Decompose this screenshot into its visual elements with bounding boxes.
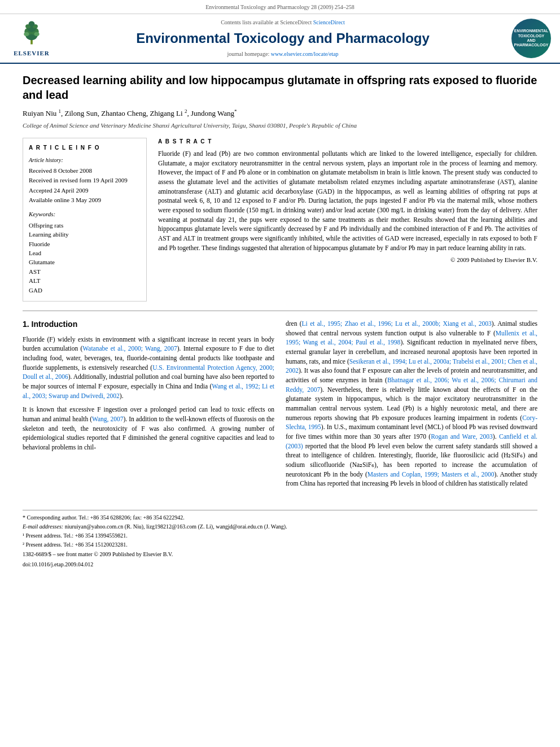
keyword-3: Fluoride (29, 240, 141, 248)
corresponding-note: * Corresponding author. Tel.: +86 354 62… (23, 514, 537, 521)
journal-badge: ENVIRONMENTALTOXICOLOGYANDPHARMACOLOGY (511, 19, 551, 58)
journal-url: journal homepage: www.elsevier.com/locat… (54, 50, 511, 58)
intro-left-column: 1. Introduction Fluoride (F) widely exis… (23, 319, 274, 493)
journal-citation: Environmental Toxicology and Pharmacolog… (205, 4, 355, 10)
journal-badge-circle: ENVIRONMENTALTOXICOLOGYANDPHARMACOLOGY (511, 19, 551, 58)
authors-line: Ruiyan Niu 1, Zilong Sun, Zhantao Cheng,… (23, 108, 537, 119)
abstract-text: Fluoride (F) and lead (Pb) are two commo… (158, 149, 537, 252)
keyword-2: Learning ability (29, 230, 141, 239)
footnotes-section: * Corresponding author. Tel.: +86 354 62… (23, 510, 537, 569)
addr2-note: ² Present address. Tel.: +86 354 1512002… (23, 541, 537, 548)
sciencedirect-text: Contents lists available at ScienceDirec… (221, 19, 312, 25)
article-info-title: A R T I C L E I N F O (29, 144, 141, 152)
ref-sesikeran[interactable]: Sesikeran et al., 1994; Lu et al., 2000a… (286, 358, 537, 374)
intro-number: 1. (23, 320, 29, 329)
email-note: E-mail addresses: niuruiyan@yahoo.com.cn… (23, 523, 537, 530)
ref-masters1999[interactable]: Masters and Coplan, 1999; Masters et al.… (368, 471, 495, 478)
ref-watanabe[interactable]: Watanabe et al., 2000; Wang, 2007 (82, 345, 177, 352)
history-label: Article history: (29, 156, 141, 164)
ref-mullenix[interactable]: Mullenix et al., 1995; Wang et al., 2004… (286, 330, 537, 346)
top-bar: Environmental Toxicology and Pharmacolog… (0, 0, 560, 14)
accepted-date: Accepted 24 April 2009 (29, 186, 141, 195)
revised-date: Received in revised form 19 April 2009 (29, 176, 141, 185)
page-wrapper: Environmental Toxicology and Pharmacolog… (0, 0, 560, 747)
ref-cory[interactable]: Cory-Slechta, 1995 (286, 414, 537, 431)
doi-text: doi:10.1016/j.etap.2009.04.012 (23, 561, 93, 567)
homepage-label: journal homepage: (227, 51, 269, 57)
addr2-text: ² Present address. Tel.: +86 354 1512002… (23, 541, 128, 548)
issn-line: 1382-6689/$ – see front matter © 2009 Pu… (23, 551, 537, 558)
abstract-title: A B S T R A C T (158, 138, 537, 146)
svg-point-9 (29, 21, 35, 27)
intro-para-3: dren (Li et al., 1995; Zhao et al., 1996… (286, 319, 537, 488)
svg-point-5 (24, 32, 29, 36)
article-meta-section: A R T I C L E I N F O Article history: R… (23, 138, 537, 302)
main-content: Decreased learning ability and low hippo… (0, 64, 560, 504)
copyright-line: © 2009 Published by Elsevier B.V. (158, 256, 537, 264)
intro-heading: 1. Introduction (23, 319, 274, 330)
doi-line: doi:10.1016/j.etap.2009.04.012 (23, 561, 537, 569)
article-info-box: A R T I C L E I N F O Article history: R… (23, 138, 147, 302)
intro-para-2: It is known that excessive F ingestion o… (23, 405, 274, 452)
ref-canfield[interactable]: Canfield et al. (2003) (286, 433, 537, 449)
corresponding-label: * Corresponding author. Tel.: +86 354 62… (23, 514, 185, 521)
elsevier-logo: ELSEVIER (9, 19, 54, 58)
keyword-6: AST (29, 268, 141, 276)
intro-para-1: Fluoride (F) widely exists in environmen… (23, 335, 274, 401)
svg-point-6 (34, 32, 40, 36)
elsevier-tree-icon (18, 19, 46, 47)
section-divider (23, 311, 537, 311)
keyword-8: GAD (29, 286, 141, 295)
sciencedirect-url[interactable]: ScienceDirect (313, 19, 345, 25)
email-label: E-mail addresses: (23, 523, 63, 530)
elsevier-label: ELSEVIER (14, 49, 50, 58)
email-addresses: niuruiyan@yahoo.com.cn (R. Niu), lizg198… (65, 523, 287, 530)
addr1-note: ¹ Present address. Tel.: +86 354 1399455… (23, 532, 537, 539)
badge-text: ENVIRONMENTALTOXICOLOGYANDPHARMACOLOGY (511, 27, 550, 50)
issn-text: 1382-6689/$ – see front matter © 2009 Pu… (23, 551, 173, 557)
intro-title: Introduction (32, 320, 78, 329)
ref-li1995[interactable]: Li et al., 1995; Zhao et al., 1996; Lu e… (302, 320, 492, 327)
addr1-text: ¹ Present address. Tel.: +86 354 1399455… (23, 532, 128, 539)
journal-title-center: Contents lists available at ScienceDirec… (54, 19, 511, 58)
abstract-column: A B S T R A C T Fluoride (F) and lead (P… (158, 138, 537, 302)
ref-usepa[interactable]: U.S. Environmental Protection Agency, 20… (23, 364, 274, 381)
sciencedirect-link: Contents lists available at ScienceDirec… (54, 19, 511, 27)
article-info-column: A R T I C L E I N F O Article history: R… (23, 138, 147, 302)
affiliation: College of Animal Science and Veterinary… (23, 121, 537, 130)
ref-bhatnagar[interactable]: Bhatnagar et al., 2006; Wu et al., 2006;… (286, 377, 537, 393)
journal-name: Environmental Toxicology and Pharmacolog… (54, 29, 511, 48)
introduction-section: 1. Introduction Fluoride (F) widely exis… (23, 319, 537, 493)
ref-rogan[interactable]: Rogan and Ware, 2003 (431, 433, 493, 440)
ref-wang1992[interactable]: Wang et al., 1992; Li et al., 2003; Swar… (23, 383, 274, 399)
article-title: Decreased learning ability and low hippo… (23, 73, 537, 102)
ref-wang2007[interactable]: Wang, 2007 (92, 416, 123, 422)
keyword-4: Lead (29, 249, 141, 257)
keywords-label: Keywords: (29, 210, 141, 219)
received-date: Received 8 October 2008 (29, 167, 141, 175)
homepage-url-link[interactable]: www.elsevier.com/locate/etap (271, 51, 339, 57)
keyword-5: Glutamate (29, 258, 141, 267)
online-date: Available online 3 May 2009 (29, 196, 141, 204)
intro-right-column: dren (Li et al., 1995; Zhao et al., 1996… (286, 319, 537, 493)
keyword-7: ALT (29, 277, 141, 285)
keyword-1: Offspring rats (29, 221, 141, 230)
journal-header: ELSEVIER Contents lists available at Sci… (0, 14, 560, 64)
